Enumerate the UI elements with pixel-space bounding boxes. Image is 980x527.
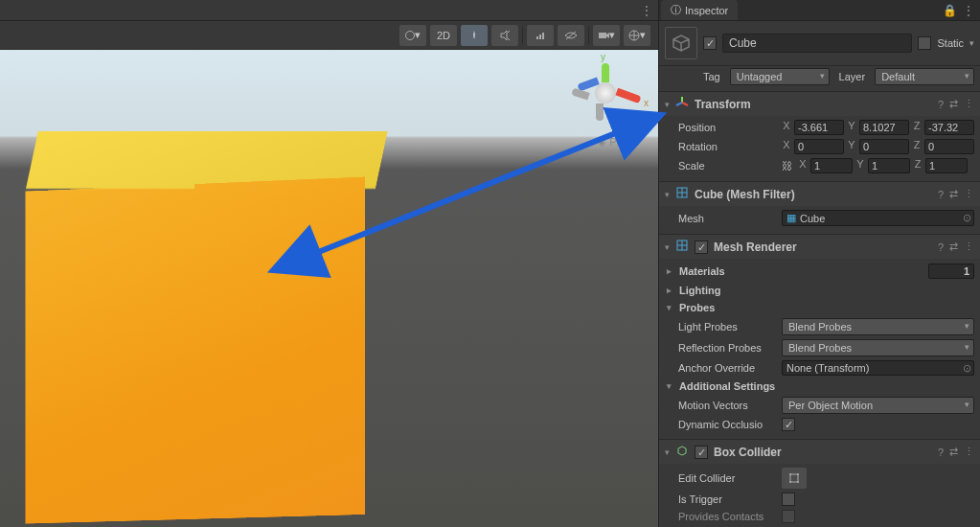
position-y-input[interactable] bbox=[859, 120, 909, 135]
static-label: Static bbox=[937, 37, 964, 49]
orientation-gizmo[interactable]: x y bbox=[572, 61, 639, 128]
gizmo-dropdown[interactable]: ▾ bbox=[624, 25, 650, 46]
motion-vectors-dropdown[interactable]: Per Object Motion bbox=[782, 397, 974, 414]
scale-x-input[interactable] bbox=[810, 158, 853, 173]
layer-dropdown[interactable]: Default bbox=[875, 68, 974, 85]
dynamic-occlusion-checkbox[interactable] bbox=[782, 418, 795, 431]
provides-contacts-checkbox[interactable] bbox=[782, 510, 795, 523]
panel-menu-icon[interactable]: ⋮ bbox=[963, 4, 974, 17]
lighting-foldout[interactable]: Lighting bbox=[665, 282, 974, 299]
fx-toggle[interactable] bbox=[527, 25, 554, 46]
mesh-filter-header[interactable]: ▾ Cube (Mesh Filter) ? ⇄ ⋮ bbox=[659, 182, 980, 206]
mesh-renderer-enabled-checkbox[interactable] bbox=[695, 241, 708, 254]
is-trigger-checkbox[interactable] bbox=[782, 493, 795, 506]
tag-dropdown[interactable]: Untagged bbox=[730, 68, 830, 85]
provides-contacts-label: Provides Contacts bbox=[678, 511, 778, 522]
help-icon[interactable]: ? bbox=[938, 189, 944, 200]
preset-icon[interactable]: ⇄ bbox=[949, 446, 958, 458]
scene-view: ⋮ ▾ 2D ▾ ▾ bbox=[0, 0, 658, 527]
rotation-label: Rotation bbox=[678, 141, 778, 152]
shading-dropdown[interactable]: ▾ bbox=[399, 25, 426, 46]
svg-point-19 bbox=[797, 481, 799, 483]
additional-settings-foldout[interactable]: Additional Settings bbox=[665, 378, 974, 395]
scale-link-icon[interactable]: ⛓ bbox=[782, 160, 792, 172]
position-z-input[interactable] bbox=[924, 120, 974, 135]
svg-rect-15 bbox=[790, 474, 798, 482]
gameobject-icon[interactable] bbox=[665, 27, 697, 59]
materials-count: 1 bbox=[928, 264, 974, 279]
viewport[interactable]: x y ◈Persp bbox=[0, 50, 658, 527]
mesh-field[interactable]: ▦ Cube ⊙ bbox=[782, 210, 974, 226]
svg-line-7 bbox=[682, 103, 688, 105]
lock-icon[interactable]: 🔒 bbox=[943, 4, 957, 17]
mesh-field-icon: ▦ bbox=[786, 212, 796, 224]
scale-label: Scale bbox=[678, 160, 778, 172]
box-collider-header[interactable]: ▾ Box Collider ? ⇄ ⋮ bbox=[659, 440, 980, 464]
materials-foldout[interactable]: Materials 1 bbox=[665, 261, 974, 282]
edit-collider-button[interactable] bbox=[782, 468, 807, 489]
object-picker-icon[interactable]: ⊙ bbox=[963, 212, 971, 224]
scale-z-input[interactable] bbox=[925, 158, 968, 173]
rotation-x-input[interactable] bbox=[794, 139, 844, 154]
motion-vectors-label: Motion Vectors bbox=[678, 400, 778, 411]
info-icon: ⓘ bbox=[671, 3, 681, 17]
anchor-override-field[interactable]: None (Transform) ⊙ bbox=[782, 360, 974, 376]
lighting-toggle[interactable] bbox=[461, 25, 488, 46]
mesh-renderer-component: ▾ Mesh Renderer ? ⇄ ⋮ Materials 1 Lighti… bbox=[659, 235, 980, 440]
mesh-filter-icon bbox=[675, 186, 689, 202]
tag-label: Tag bbox=[703, 71, 720, 82]
svg-point-17 bbox=[797, 473, 799, 475]
svg-rect-1 bbox=[539, 34, 541, 39]
camera-dropdown[interactable]: ▾ bbox=[593, 25, 620, 46]
probes-foldout[interactable]: Probes bbox=[665, 299, 974, 316]
rotation-z-input[interactable] bbox=[924, 139, 974, 154]
preset-icon[interactable]: ⇄ bbox=[949, 188, 958, 200]
transform-header[interactable]: ▾ Transform ? ⇄ ⋮ bbox=[659, 92, 980, 116]
active-checkbox[interactable] bbox=[703, 36, 717, 50]
static-checkbox[interactable] bbox=[918, 36, 931, 50]
component-menu-icon[interactable]: ⋮ bbox=[964, 98, 974, 110]
transform-component: ▾ Transform ? ⇄ ⋮ Position X Y Z Rotatio bbox=[659, 92, 980, 182]
reflection-probes-dropdown[interactable]: Blend Probes bbox=[782, 339, 974, 356]
svg-line-8 bbox=[676, 103, 682, 105]
2d-toggle[interactable]: 2D bbox=[430, 25, 457, 46]
transform-icon bbox=[675, 96, 689, 112]
mesh-filter-component: ▾ Cube (Mesh Filter) ? ⇄ ⋮ Mesh ▦ Cube ⊙ bbox=[659, 182, 980, 235]
object-name-input[interactable] bbox=[722, 34, 912, 53]
component-menu-icon[interactable]: ⋮ bbox=[964, 241, 974, 253]
mesh-renderer-header[interactable]: ▾ Mesh Renderer ? ⇄ ⋮ bbox=[659, 235, 980, 259]
box-collider-enabled-checkbox[interactable] bbox=[695, 446, 708, 459]
position-label: Position bbox=[678, 122, 778, 133]
mesh-renderer-icon bbox=[675, 239, 689, 255]
box-collider-component: ▾ Box Collider ? ⇄ ⋮ Edit Collider Is Tr… bbox=[659, 440, 980, 527]
help-icon[interactable]: ? bbox=[938, 241, 944, 253]
preset-icon[interactable]: ⇄ bbox=[949, 241, 958, 253]
edit-collider-label: Edit Collider bbox=[678, 472, 778, 484]
box-collider-icon bbox=[675, 444, 689, 460]
component-menu-icon[interactable]: ⋮ bbox=[964, 446, 974, 458]
object-picker-icon[interactable]: ⊙ bbox=[963, 362, 971, 375]
light-probes-label: Light Probes bbox=[678, 321, 778, 332]
camera-mode-label: ◈Persp bbox=[598, 136, 637, 149]
svg-rect-4 bbox=[599, 33, 606, 38]
audio-toggle[interactable] bbox=[491, 25, 518, 46]
svg-point-16 bbox=[789, 473, 791, 475]
mesh-label: Mesh bbox=[678, 213, 778, 224]
rotation-y-input[interactable] bbox=[859, 139, 909, 154]
scene-cube[interactable] bbox=[24, 131, 378, 486]
position-x-input[interactable] bbox=[794, 120, 844, 135]
scene-toolbar: ▾ 2D ▾ ▾ bbox=[0, 21, 658, 50]
light-probes-dropdown[interactable]: Blend Probes bbox=[782, 318, 974, 335]
hidden-toggle[interactable] bbox=[558, 25, 584, 46]
inspector-panel: ⓘ Inspector 🔒 ⋮ Static ▾ bbox=[658, 0, 980, 527]
svg-rect-2 bbox=[542, 33, 544, 39]
scale-y-input[interactable] bbox=[868, 158, 910, 173]
inspector-tab[interactable]: ⓘ Inspector bbox=[661, 0, 738, 20]
reflection-probes-label: Reflection Probes bbox=[678, 342, 778, 354]
preset-icon[interactable]: ⇄ bbox=[949, 98, 958, 110]
help-icon[interactable]: ? bbox=[938, 99, 944, 110]
dynamic-occlusion-label: Dynamic Occlusio bbox=[678, 419, 778, 430]
component-menu-icon[interactable]: ⋮ bbox=[964, 188, 974, 200]
help-icon[interactable]: ? bbox=[938, 447, 944, 458]
menu-icon[interactable]: ⋮ bbox=[641, 4, 652, 17]
